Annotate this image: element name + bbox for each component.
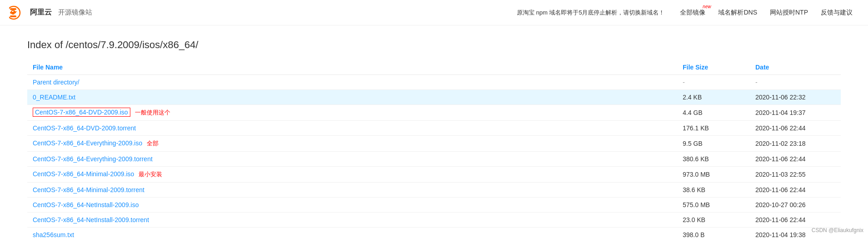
header-left: — ⟳ 阿里云 开源镜像站 [9, 5, 92, 21]
table-row: sha256sum.txt398.0 B2020-11-04 19:38 [27, 228, 841, 238]
file-date-cell: 2020-10-27 00:26 [750, 198, 841, 213]
file-size-cell: 23.0 KB [677, 213, 750, 228]
file-link[interactable]: CentOS-7-x86_64-NetInstall-2009.iso [33, 201, 139, 208]
file-name-cell: CentOS-7-x86_64-NetInstall-2009.torrent [27, 213, 677, 228]
table-row: CentOS-7-x86_64-DVD-2009.torrent176.1 KB… [27, 121, 841, 136]
file-link[interactable]: CentOS-7-x86_64-Everything-2009.torrent [33, 155, 153, 163]
file-link[interactable]: CentOS-7-x86_64-Minimal-2009.iso [33, 170, 134, 178]
table-header: File Name File Size Date [27, 60, 841, 75]
file-date-cell: 2020-11-06 22:44 [750, 183, 841, 198]
file-link[interactable]: CentOS-7-x86_64-Everything-2009.iso [33, 139, 142, 147]
file-date-cell: 2020-11-06 22:44 [750, 121, 841, 136]
table-row: CentOS-7-x86_64-Everything-2009.torrent3… [27, 152, 841, 167]
file-date-cell: 2020-11-04 19:37 [750, 105, 841, 121]
table-row: CentOS-7-x86_64-Minimal-2009.iso最小安装973.… [27, 167, 841, 183]
file-name-cell: CentOS-7-x86_64-NetInstall-2009.iso [27, 198, 677, 213]
file-name-cell: CentOS-7-x86_64-Everything-2009.torrent [27, 152, 677, 167]
footer-watermark: CSDN @Eliaukufgnix [812, 227, 863, 233]
file-size-cell: 176.1 KB [677, 121, 750, 136]
header-notice: 原淘宝 npm 域名即将于5月底停止解析，请切换新域名！ [517, 9, 665, 17]
nav-all-mirrors[interactable]: new 全部镜像 [674, 9, 712, 17]
file-date-cell: - [750, 75, 841, 90]
nav-dns[interactable]: 域名解析DNS [712, 9, 764, 17]
file-size-cell: 575.0 MB [677, 198, 750, 213]
logo-subtitle: 开源镜像站 [58, 8, 92, 17]
file-link[interactable]: Parent directory/ [33, 79, 79, 86]
file-size-cell: 38.6 KB [677, 183, 750, 198]
table-row: CentOS-7-x86_64-Everything-2009.iso全部9.5… [27, 136, 841, 152]
aliyun-logo-icon: — ⟳ [9, 5, 25, 21]
file-link[interactable]: CentOS-7-x86_64-DVD-2009.iso [33, 108, 130, 117]
file-link[interactable]: sha256sum.txt [33, 231, 74, 238]
file-link[interactable]: 0_README.txt [33, 94, 75, 101]
col-filesize: File Size [677, 60, 750, 75]
file-link[interactable]: CentOS-7-x86_64-DVD-2009.torrent [33, 124, 136, 132]
file-table-body: Parent directory/--0_README.txt2.4 KB202… [27, 75, 841, 238]
file-size-cell: 2.4 KB [677, 90, 750, 105]
file-name-cell: CentOS-7-x86_64-DVD-2009.torrent [27, 121, 677, 136]
page-title: Index of /centos/7.9.2009/isos/x86_64/ [27, 39, 841, 51]
file-date-cell: 2020-11-02 23:18 [750, 136, 841, 152]
file-size-cell: 380.6 KB [677, 152, 750, 167]
main-content: Index of /centos/7.9.2009/isos/x86_64/ F… [0, 25, 868, 238]
file-link[interactable]: CentOS-7-x86_64-Minimal-2009.torrent [33, 186, 144, 193]
file-annotation: 最小安装 [139, 171, 162, 178]
file-date-cell: 2020-11-06 22:32 [750, 90, 841, 105]
table-row: 0_README.txt2.4 KB2020-11-06 22:32 [27, 90, 841, 105]
col-filename: File Name [27, 60, 677, 75]
file-size-cell: 398.0 B [677, 228, 750, 238]
file-size-cell: 9.5 GB [677, 136, 750, 152]
table-row: CentOS-7-x86_64-NetInstall-2009.torrent2… [27, 213, 841, 228]
nav-ntp[interactable]: 网站授时NTP [764, 9, 814, 17]
file-name-cell: Parent directory/ [27, 75, 677, 90]
table-row: CentOS-7-x86_64-Minimal-2009.torrent38.6… [27, 183, 841, 198]
file-name-cell: sha256sum.txt [27, 228, 677, 238]
file-name-cell: CentOS-7-x86_64-Minimal-2009.torrent [27, 183, 677, 198]
nav-feedback[interactable]: 反馈与建议 [814, 9, 859, 17]
table-row: CentOS-7-x86_64-DVD-2009.iso一般使用这个4.4 GB… [27, 105, 841, 121]
file-name-cell: 0_README.txt [27, 90, 677, 105]
new-badge: new [703, 4, 711, 9]
header-nav: 原淘宝 npm 域名即将于5月底停止解析，请切换新域名！ new 全部镜像 域名… [517, 9, 859, 17]
file-size-cell: - [677, 75, 750, 90]
file-size-cell: 4.4 GB [677, 105, 750, 121]
file-size-cell: 973.0 MB [677, 167, 750, 183]
logo-brand: 阿里云 [30, 8, 52, 17]
file-annotation: 一般使用这个 [135, 109, 170, 116]
svg-text:⟳: ⟳ [10, 9, 17, 16]
file-date-cell: 2020-11-06 22:44 [750, 152, 841, 167]
file-name-cell: CentOS-7-x86_64-DVD-2009.iso一般使用这个 [27, 105, 677, 121]
file-annotation: 全部 [147, 140, 159, 147]
file-name-cell: CentOS-7-x86_64-Everything-2009.iso全部 [27, 136, 677, 152]
file-name-cell: CentOS-7-x86_64-Minimal-2009.iso最小安装 [27, 167, 677, 183]
table-row: Parent directory/-- [27, 75, 841, 90]
file-link[interactable]: CentOS-7-x86_64-NetInstall-2009.torrent [33, 216, 149, 223]
file-table: File Name File Size Date Parent director… [27, 60, 841, 238]
file-date-cell: 2020-11-06 22:44 [750, 213, 841, 228]
header: — ⟳ 阿里云 开源镜像站 原淘宝 npm 域名即将于5月底停止解析，请切换新域… [0, 0, 868, 25]
file-date-cell: 2020-11-03 22:55 [750, 167, 841, 183]
table-row: CentOS-7-x86_64-NetInstall-2009.iso575.0… [27, 198, 841, 213]
col-date: Date [750, 60, 841, 75]
